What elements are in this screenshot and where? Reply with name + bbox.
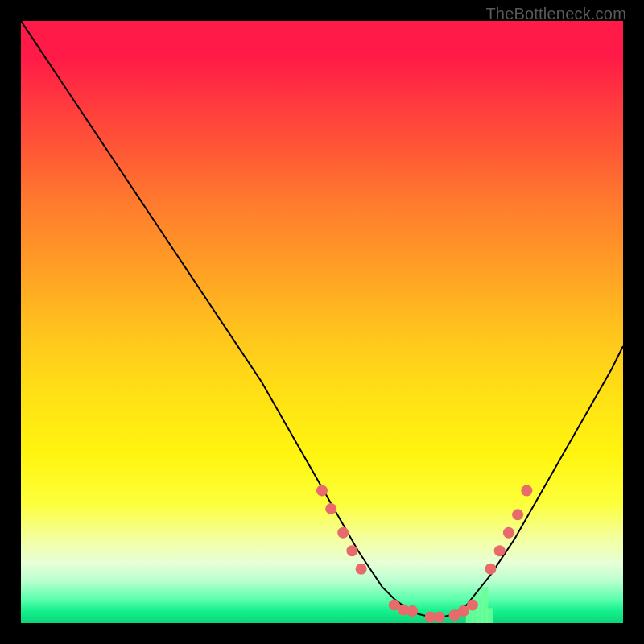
chart-marker-dot	[503, 527, 514, 539]
chart-svg	[21, 21, 623, 623]
watermark-text: TheBottleneck.com	[485, 5, 626, 23]
chart-stage: TheBottleneck.com	[0, 0, 644, 644]
chart-line	[21, 21, 623, 617]
chart-marker-dot	[346, 545, 357, 556]
chart-marker-dot	[467, 600, 478, 611]
chart-tick	[485, 608, 493, 623]
chart-marker-dot	[337, 527, 349, 539]
chart-marker-dot	[494, 545, 506, 556]
chart-marker-dot	[485, 564, 496, 575]
chart-marker-dot	[316, 485, 328, 496]
chart-marker-dot	[407, 605, 418, 617]
chart-plot-area	[21, 21, 623, 623]
chart-marker-dot	[356, 564, 367, 575]
chart-marker-dot	[434, 612, 445, 623]
chart-marker-dot	[325, 503, 336, 514]
chart-markers	[316, 485, 532, 622]
chart-marker-dot	[521, 485, 532, 496]
chart-marker-dot	[512, 509, 523, 520]
